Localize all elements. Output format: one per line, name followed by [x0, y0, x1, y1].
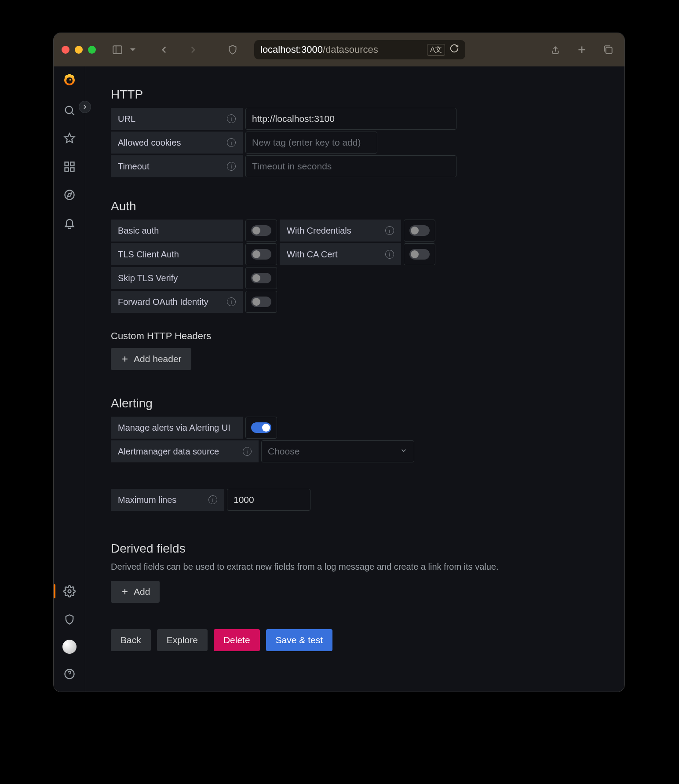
url-label: URL i — [111, 108, 243, 130]
info-icon[interactable]: i — [385, 250, 394, 259]
translate-icon[interactable]: A文 — [427, 44, 445, 56]
max-lines-input[interactable]: 1000 — [227, 489, 310, 511]
auth-section-title: Auth — [111, 199, 602, 213]
svg-point-8 — [65, 191, 74, 200]
svg-rect-0 — [113, 46, 122, 53]
tls-client-auth-toggle[interactable] — [245, 243, 277, 265]
svg-rect-4 — [65, 162, 68, 166]
browser-window: localhost:3000/datasources A文 — [54, 33, 624, 692]
info-icon[interactable]: i — [227, 297, 236, 306]
alertmanager-label: Alertmanager data source i — [111, 440, 259, 462]
back-button[interactable]: Back — [111, 629, 151, 651]
timeout-label: Timeout i — [111, 155, 243, 177]
svg-rect-2 — [606, 48, 612, 54]
basic-auth-label: Basic auth — [111, 220, 243, 242]
svg-point-9 — [68, 590, 71, 593]
svg-rect-5 — [70, 162, 74, 166]
chevron-down-icon — [400, 446, 408, 457]
add-header-label: Add header — [134, 354, 182, 364]
grafana-logo-icon[interactable] — [62, 73, 77, 88]
info-icon[interactable]: i — [227, 162, 236, 171]
manage-alerts-label: Manage alerts via Alerting UI — [111, 417, 243, 439]
info-icon[interactable]: i — [208, 495, 217, 504]
plus-icon — [120, 587, 129, 596]
info-icon[interactable]: i — [227, 114, 236, 123]
sidebar-expand-button[interactable] — [79, 101, 91, 113]
url-bar[interactable]: localhost:3000/datasources A文 — [254, 40, 465, 59]
basic-auth-toggle[interactable] — [245, 220, 277, 242]
svg-rect-7 — [70, 168, 74, 171]
url-input[interactable]: http://localhost:3100 — [245, 108, 456, 130]
info-icon[interactable]: i — [243, 447, 252, 456]
window-maximize-button[interactable] — [88, 46, 96, 54]
add-header-button[interactable]: Add header — [111, 348, 191, 370]
nav-admin-icon[interactable] — [61, 611, 78, 628]
nav-forward-button[interactable] — [185, 41, 201, 58]
custom-headers-title: Custom HTTP Headers — [111, 330, 602, 342]
info-icon[interactable]: i — [385, 226, 394, 235]
derived-fields-desc: Derived fields can be used to extract ne… — [111, 562, 602, 572]
add-derived-field-label: Add — [134, 586, 150, 597]
tabs-overview-icon[interactable] — [600, 41, 617, 58]
explore-button[interactable]: Explore — [157, 629, 208, 651]
nav-configuration-icon[interactable] — [61, 583, 78, 600]
nav-search-icon[interactable] — [61, 102, 78, 119]
http-section-title: HTTP — [111, 88, 602, 102]
window-close-button[interactable] — [62, 46, 69, 54]
delete-button[interactable]: Delete — [214, 629, 260, 651]
forward-oauth-label: Forward OAuth Identity i — [111, 291, 243, 313]
reload-icon[interactable] — [449, 44, 459, 56]
with-credentials-toggle[interactable] — [404, 220, 435, 242]
save-test-button[interactable]: Save & test — [266, 629, 332, 651]
with-ca-cert-label: With CA Cert i — [280, 243, 401, 265]
nav-dashboards-icon[interactable] — [61, 158, 78, 176]
timeout-input[interactable]: Timeout in seconds — [245, 155, 456, 177]
manage-alerts-toggle[interactable] — [245, 417, 277, 439]
with-credentials-label: With Credentials i — [280, 220, 401, 242]
window-minimize-button[interactable] — [75, 46, 83, 54]
svg-rect-6 — [65, 168, 68, 171]
nav-alerting-icon[interactable] — [61, 214, 78, 232]
max-lines-label: Maximum lines i — [111, 489, 224, 511]
titlebar: localhost:3000/datasources A文 — [54, 33, 624, 66]
derived-fields-title: Derived fields — [111, 542, 602, 556]
add-derived-field-button[interactable]: Add — [111, 581, 160, 603]
traffic-lights — [62, 46, 96, 54]
url-text: localhost:3000/datasources — [260, 44, 423, 55]
alerting-section-title: Alerting — [111, 396, 602, 410]
forward-oauth-toggle[interactable] — [245, 291, 277, 313]
sidebar — [54, 66, 85, 692]
skip-tls-verify-label: Skip TLS Verify — [111, 267, 243, 289]
share-icon[interactable] — [547, 41, 564, 58]
footer-buttons: Back Explore Delete Save & test — [111, 629, 602, 651]
alertmanager-select[interactable]: Choose — [261, 440, 414, 462]
cookies-input[interactable]: New tag (enter key to add) — [245, 132, 377, 154]
skip-tls-verify-toggle[interactable] — [245, 267, 277, 289]
plus-icon — [120, 355, 129, 363]
info-icon[interactable]: i — [227, 138, 236, 147]
svg-point-3 — [65, 106, 72, 114]
nav-explore-icon[interactable] — [61, 186, 78, 204]
tracking-protection-icon[interactable] — [224, 41, 241, 58]
with-ca-cert-toggle[interactable] — [404, 243, 435, 265]
cookies-label: Allowed cookies i — [111, 132, 243, 154]
new-tab-icon[interactable] — [573, 41, 590, 58]
sidebar-toggle-icon[interactable] — [109, 41, 126, 58]
main-content: HTTP URL i http://localhost:3100 Allowed… — [85, 66, 624, 692]
nav-back-button[interactable] — [156, 41, 172, 58]
nav-starred-icon[interactable] — [61, 130, 78, 147]
nav-help-icon[interactable] — [61, 665, 78, 683]
nav-user-avatar[interactable] — [62, 640, 77, 654]
sidebar-dropdown-icon[interactable] — [128, 41, 138, 58]
tls-client-auth-label: TLS Client Auth — [111, 243, 243, 265]
